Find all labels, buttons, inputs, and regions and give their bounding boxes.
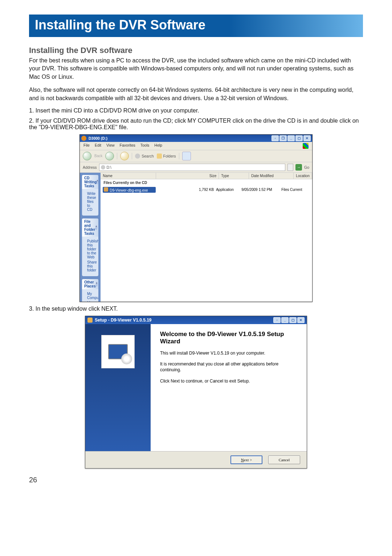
col-name[interactable]: Name	[101, 173, 156, 179]
step-2: 2. If your CD/DVD ROM drive does not aut…	[29, 118, 363, 131]
menu-help[interactable]: Help	[154, 143, 162, 149]
explorer-file-pane: Name Size Type Date Modified Location Fi…	[101, 173, 312, 302]
close-button[interactable]: ✕	[303, 135, 311, 141]
file-name-text: D9-Viewer-dbg-eng.exe	[110, 188, 148, 192]
col-date[interactable]: Date Modified	[249, 173, 294, 179]
cancel-button[interactable]: Cancel	[268, 455, 300, 464]
minimize2-button[interactable]: _	[287, 135, 295, 141]
pin-button[interactable]: ▫	[273, 317, 281, 323]
back-button[interactable]	[83, 152, 91, 160]
wizard-text-3: Click Next to continue, or Cancel to exi…	[160, 378, 297, 384]
disc-icon	[121, 353, 132, 364]
chevron-up-icon[interactable]: ˄	[95, 225, 97, 230]
search-icon	[135, 154, 140, 159]
menu-view[interactable]: View	[106, 143, 115, 149]
file-size: 1,792 KB	[156, 188, 216, 192]
column-headers: Name Size Type Date Modified Location	[101, 173, 312, 179]
panel-cd-writing: CD Writing Tasks˄ Write these files to C…	[82, 175, 98, 216]
wizard-sidebar	[85, 324, 151, 451]
wizard-text-2: It is recommended that you close all oth…	[160, 361, 297, 373]
toolbar-separator	[117, 153, 117, 159]
search-button[interactable]: Search	[135, 154, 154, 159]
address-value: D:\	[107, 165, 111, 169]
explorer-titlebar: D3000 (D:) ▫ ❐ _ ▢ ✕	[80, 135, 312, 142]
panel-title: CD Writing Tasks	[84, 176, 97, 188]
explorer-toolbar: Back Search Folders	[80, 150, 312, 162]
sidebar-item-share[interactable]: Share this folder	[85, 260, 95, 272]
paragraph-1: For the best results when using a PC to …	[29, 57, 363, 81]
setup-wizard-window: Setup - D9-Viewer V1.0.5.19 ▫ _ ▢ ✕ Welc…	[85, 316, 307, 469]
col-location[interactable]: Location	[294, 173, 312, 179]
page-banner: Installing the DVR Software	[29, 15, 363, 37]
file-date: 9/05/2009 1:52 PM	[241, 188, 281, 192]
wizard-title: Setup - D9-Viewer V1.0.5.19	[95, 318, 152, 323]
maximize-button[interactable]: ▢	[289, 317, 297, 323]
next-button[interactable]: Next >	[230, 455, 262, 464]
toolbar-separator	[179, 153, 179, 159]
go-label: Go	[304, 165, 309, 169]
up-button[interactable]	[120, 152, 129, 160]
file-name: D9-Viewer-dbg-eng.exe	[103, 187, 156, 193]
minimize-button[interactable]: ▫	[271, 135, 279, 141]
chevron-up-icon[interactable]: ˄	[96, 282, 98, 287]
menu-favorites[interactable]: Favorites	[120, 143, 135, 149]
sidebar-item-write-cd[interactable]: Write these files to CD	[85, 192, 95, 212]
file-type: Application	[216, 188, 241, 192]
address-label: Address	[83, 165, 97, 169]
wizard-text-1: This will install D9-Viewer V1.0.5.19 on…	[160, 350, 297, 356]
address-field[interactable]: D:\	[99, 164, 285, 171]
toolbar-separator	[132, 153, 132, 159]
close-button[interactable]: ✕	[297, 317, 305, 323]
restore-button[interactable]: ❐	[279, 135, 287, 141]
wizard-footer: Next > Cancel	[85, 451, 307, 468]
forward-button[interactable]	[105, 152, 114, 160]
explorer-window: D3000 (D:) ▫ ❐ _ ▢ ✕ File Edit View Favo…	[79, 134, 313, 302]
file-row[interactable]: D9-Viewer-dbg-eng.exe 1,792 KB Applicati…	[101, 186, 312, 193]
exe-icon	[104, 187, 108, 192]
search-label: Search	[142, 154, 154, 158]
sidebar-item-mydocs[interactable]: My Documents	[85, 301, 95, 302]
menu-file[interactable]: File	[83, 143, 90, 149]
menu-tools[interactable]: Tools	[140, 143, 150, 149]
paragraph-2: Also, the software will not operate corr…	[29, 86, 363, 102]
panel-file-folder: File and Folder Tasks˄ Publish this fold…	[82, 218, 98, 276]
views-button[interactable]	[182, 152, 191, 160]
wizard-content: Welcome to the D9-Viewer V1.0.5.19 Setup…	[151, 324, 307, 451]
sidebar-item-label: My Computer	[87, 292, 98, 300]
page-number: 26	[29, 476, 363, 484]
sidebar-item-publish[interactable]: Publish this folder to the Web	[85, 239, 95, 259]
col-type[interactable]: Type	[219, 173, 249, 179]
col-size[interactable]: Size	[156, 173, 219, 179]
maximize-button[interactable]: ▢	[295, 135, 303, 141]
disc-icon	[81, 136, 86, 141]
file-group-label: Files Currently on the CD	[101, 179, 312, 186]
step-1: 1. Insert the mini CD into a CD/DVD ROM …	[29, 107, 363, 114]
section-heading: Installing the DVR software	[29, 46, 363, 55]
drive-icon	[101, 165, 105, 169]
chevron-up-icon[interactable]: ˄	[97, 179, 98, 184]
setup-icon	[87, 318, 93, 323]
sidebar-item-mycomputer[interactable]: My Computer	[85, 292, 95, 300]
sidebar-item-label: My Documents	[87, 301, 98, 302]
wizard-titlebar: Setup - D9-Viewer V1.0.5.19 ▫ _ ▢ ✕	[85, 316, 307, 324]
explorer-menubar: File Edit View Favorites Tools Help	[80, 142, 312, 150]
step-3: 3. In the setup window click NEXT.	[29, 306, 363, 312]
sidebar-item-label: Write these files to CD	[87, 192, 96, 212]
go-button[interactable]: →	[295, 164, 302, 171]
windows-flag-icon	[303, 143, 309, 149]
panel-title: Other Places	[84, 280, 96, 288]
sidebar-item-label: Publish this folder to the Web	[87, 239, 98, 259]
wizard-heading: Welcome to the D9-Viewer V1.0.5.19 Setup…	[160, 331, 297, 345]
folder-icon	[157, 154, 162, 159]
panel-other-places: Other Places˄ My Computer My Documents M…	[82, 279, 98, 302]
folders-button[interactable]: Folders	[157, 154, 176, 159]
address-dropdown[interactable]	[287, 164, 293, 171]
folders-label: Folders	[163, 154, 176, 158]
explorer-addressbar: Address D:\ → Go	[80, 162, 312, 173]
wizard-art	[101, 335, 135, 368]
menu-edit[interactable]: Edit	[95, 143, 101, 149]
minimize-button[interactable]: _	[281, 317, 289, 323]
back-label: Back	[94, 154, 102, 158]
file-location: Files Current	[281, 188, 310, 192]
panel-title: File and Folder Tasks	[84, 220, 95, 236]
